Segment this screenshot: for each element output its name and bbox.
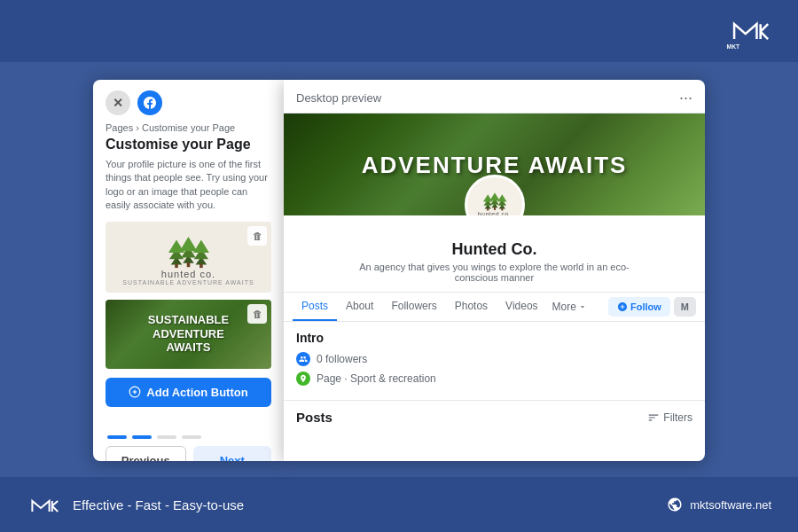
svg-rect-5: [175, 263, 178, 268]
progress-dot-2: [132, 435, 152, 439]
progress-dot-3: [157, 435, 176, 439]
page-more-button[interactable]: M: [674, 297, 696, 317]
progress-dot-4: [182, 435, 201, 439]
svg-text:MKT: MKT: [727, 43, 740, 50]
fb-intro-title: Intro: [296, 331, 692, 345]
preview-label: Desktop preview: [296, 91, 381, 105]
bottom-right: mktsoftware.net: [667, 497, 771, 512]
mkt-logo-top: MKT: [718, 5, 780, 58]
top-bar: MKT: [0, 0, 798, 62]
wizard-panel: ✕ Pages › Customise your Page Customise …: [93, 80, 284, 461]
bottom-tagline: Effective - Fast - Easy-to-use: [73, 497, 244, 512]
fb-nav-actions: Follow M: [608, 297, 696, 317]
add-action-button[interactable]: Add Action Button: [106, 378, 271, 407]
fb-nav-bar: Posts About Followers Photos Videos More…: [284, 293, 705, 322]
wizard-title: Customise your Page: [106, 137, 271, 153]
fb-page-name: Hunted Co.: [296, 240, 692, 259]
fb-filters-button[interactable]: Filters: [647, 411, 692, 424]
preview-header: Desktop preview ···: [284, 80, 705, 113]
svg-marker-23: [489, 192, 499, 200]
logo-placeholder: hunted co. SUSTAINABLE ADVENTURE AWAITS: [122, 229, 254, 286]
profile-image-box: hunted co. SUSTAINABLE ADVENTURE AWAITS …: [106, 222, 271, 293]
svg-rect-9: [187, 262, 191, 266]
svg-rect-24: [493, 207, 495, 209]
svg-marker-27: [497, 194, 506, 201]
globe-icon: [667, 497, 683, 512]
bottom-left: Effective - Fast - Easy-to-use: [27, 490, 244, 519]
profile-inner-text: hunted co.: [478, 211, 512, 216]
filters-label: Filters: [663, 411, 692, 424]
fb-followers-item: 0 followers: [296, 352, 692, 366]
close-icon[interactable]: ✕: [106, 90, 130, 115]
fb-posts-section: Posts Filters: [284, 401, 705, 430]
cover-text: SUSTAINABLE ADVENTURE AWAITS: [148, 313, 229, 355]
progress-dots: [106, 435, 271, 439]
nav-item-about[interactable]: About: [337, 293, 382, 321]
nav-item-photos[interactable]: Photos: [446, 293, 497, 321]
svg-marker-8: [180, 237, 198, 251]
delete-cover-icon[interactable]: 🗑: [247, 304, 267, 324]
wizard-description: Your profile picture is one of the first…: [106, 158, 271, 213]
nav-buttons: Previous Next: [106, 446, 271, 461]
nav-item-posts[interactable]: Posts: [293, 293, 337, 321]
fb-category-item: Page · Sport & recreation: [296, 372, 692, 386]
nav-item-videos[interactable]: Videos: [497, 293, 546, 321]
fb-page-info: Hunted Co. An agency that gives you wing…: [284, 215, 705, 293]
wizard-top-icons: ✕: [93, 80, 284, 122]
followers-count: 0 followers: [317, 353, 367, 365]
preview-panel: Desktop preview ··· ADVENTURE AWAITS: [284, 80, 705, 461]
breadcrumb: Pages › Customise your Page: [106, 122, 271, 133]
preview-options-icon[interactable]: ···: [679, 89, 692, 107]
wizard-content: Pages › Customise your Page Customise yo…: [93, 122, 284, 426]
svg-marker-12: [193, 239, 209, 252]
wizard-footer: Previous Next: [93, 426, 284, 461]
cover-image-box: SUSTAINABLE ADVENTURE AWAITS 🗑: [106, 300, 271, 369]
fb-posts-title: Posts: [296, 410, 332, 425]
website-url: mktsoftware.net: [690, 498, 771, 512]
next-button[interactable]: Next: [193, 446, 272, 461]
previous-button[interactable]: Previous: [106, 446, 186, 461]
fb-cover-photo: ADVENTURE AWAITS: [284, 113, 705, 215]
followers-icon: [296, 352, 310, 366]
logo-text: hunted co.: [161, 269, 215, 279]
facebook-icon: [137, 90, 162, 115]
fb-page-preview: ADVENTURE AWAITS: [284, 113, 705, 461]
page-category: Page · Sport & recreation: [317, 372, 436, 385]
category-icon: [296, 372, 310, 386]
nav-item-more[interactable]: More: [547, 293, 592, 320]
fb-page-bio: An agency that gives you wings to explor…: [344, 262, 645, 283]
progress-dot-1: [107, 435, 127, 439]
nav-item-followers[interactable]: Followers: [382, 293, 445, 321]
fb-intro-section: Intro 0 followers Page · Sport & recreat…: [284, 322, 705, 401]
logo-subtext: SUSTAINABLE ADVENTURE AWAITS: [122, 279, 254, 286]
main-area: ✕ Pages › Customise your Page Customise …: [0, 62, 798, 477]
follow-button[interactable]: Follow: [608, 297, 670, 317]
fb-profile-picture: hunted co. ECO ADVENTURES: [465, 175, 525, 215]
bottom-bar: Effective - Fast - Easy-to-use mktsoftwa…: [0, 477, 798, 532]
svg-rect-13: [200, 263, 203, 268]
delete-profile-icon[interactable]: 🗑: [247, 226, 267, 246]
